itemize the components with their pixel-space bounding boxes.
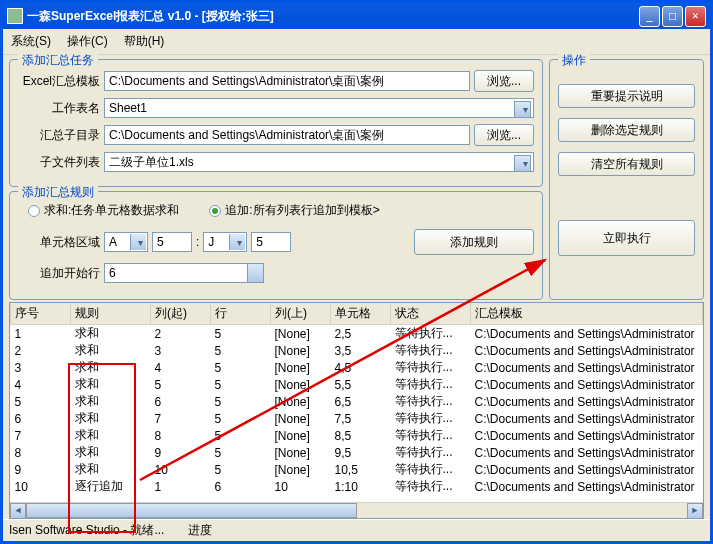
menubar: 系统(S) 操作(C) 帮助(H) — [3, 29, 710, 55]
menu-system[interactable]: 系统(S) — [11, 33, 51, 50]
row-from-input[interactable]: 5 — [152, 232, 192, 252]
col-cell[interactable]: 单元格 — [331, 303, 391, 325]
col-status[interactable]: 状态 — [391, 303, 471, 325]
task-groupbox-title: 添加汇总任务 — [18, 52, 98, 69]
col-colf[interactable]: 列(起) — [151, 303, 211, 325]
start-row-spinner[interactable]: 6 — [104, 263, 264, 283]
radio-sum-icon — [28, 205, 40, 217]
hint-button[interactable]: 重要提示说明 — [558, 84, 695, 108]
col-from-combo[interactable]: A — [104, 232, 148, 252]
rule-groupbox: 添加汇总规则 求和:任务单元格数据求和 追加:所有列表行追加到模板> 单元格区域 — [9, 191, 543, 300]
scroll-left-icon[interactable]: ◄ — [10, 503, 26, 519]
dir-input[interactable]: C:\Documents and Settings\Administrator\… — [104, 125, 470, 145]
table-row[interactable]: 10逐行追加16101:10等待执行...C:\Documents and Se… — [11, 478, 703, 495]
task-groupbox: 添加汇总任务 Excel汇总模板 C:\Documents and Settin… — [9, 59, 543, 187]
radio-append[interactable]: 追加:所有列表行追加到模板> — [209, 202, 379, 219]
scroll-right-icon[interactable]: ► — [687, 503, 703, 519]
range-label: 单元格区域 — [18, 234, 100, 251]
table-row[interactable]: 2求和35[None]3,5等待执行...C:\Documents and Se… — [11, 342, 703, 359]
close-button[interactable]: × — [685, 6, 706, 27]
titlebar: 一森SuperExcel报表汇总 v1.0 - [授权给:张三] _ □ × — [3, 3, 710, 29]
table-row[interactable]: 3求和45[None]4,5等待执行...C:\Documents and Se… — [11, 359, 703, 376]
radio-sum-label: 求和:任务单元格数据求和 — [44, 202, 179, 219]
menu-operate[interactable]: 操作(C) — [67, 33, 108, 50]
table-row[interactable]: 4求和55[None]5,5等待执行...C:\Documents and Se… — [11, 376, 703, 393]
browse-dir-button[interactable]: 浏览... — [474, 124, 534, 146]
col-tpl[interactable]: 汇总模板 — [471, 303, 703, 325]
browse-template-button[interactable]: 浏览... — [474, 70, 534, 92]
col-colt[interactable]: 列(上) — [271, 303, 331, 325]
rules-table: 序号 规则 列(起) 行 列(上) 单元格 状态 汇总模板 1求和25[None… — [9, 302, 704, 519]
horizontal-scrollbar[interactable]: ◄ ► — [10, 502, 703, 518]
operate-groupbox-title: 操作 — [558, 52, 590, 69]
statusbar: Isen Software Studio - 就绪... 进度 — [3, 519, 710, 541]
col-rule[interactable]: 规则 — [71, 303, 151, 325]
app-icon — [7, 8, 23, 24]
operate-groupbox: 操作 重要提示说明 删除选定规则 清空所有规则 立即执行 — [549, 59, 704, 300]
sheet-label: 工作表名 — [18, 100, 100, 117]
radio-append-icon — [209, 205, 221, 217]
minimize-button[interactable]: _ — [639, 6, 660, 27]
rule-groupbox-title: 添加汇总规则 — [18, 184, 98, 201]
file-label: 子文件列表 — [18, 154, 100, 171]
status-text: Isen Software Studio - 就绪... — [9, 522, 164, 539]
dir-label: 汇总子目录 — [18, 127, 100, 144]
execute-button[interactable]: 立即执行 — [558, 220, 695, 256]
start-row-label: 追加开始行 — [18, 265, 100, 282]
table-row[interactable]: 1求和25[None]2,5等待执行...C:\Documents and Se… — [11, 325, 703, 343]
col-row[interactable]: 行 — [211, 303, 271, 325]
progress-label: 进度 — [188, 522, 212, 539]
table-row[interactable]: 9求和105[None]10,5等待执行...C:\Documents and … — [11, 461, 703, 478]
add-rule-button[interactable]: 添加规则 — [414, 229, 534, 255]
radio-append-label: 追加:所有列表行追加到模板> — [225, 202, 379, 219]
row-to-input[interactable]: 5 — [251, 232, 291, 252]
col-to-combo[interactable]: J — [203, 232, 247, 252]
radio-sum[interactable]: 求和:任务单元格数据求和 — [28, 202, 179, 219]
maximize-button[interactable]: □ — [662, 6, 683, 27]
menu-help[interactable]: 帮助(H) — [124, 33, 165, 50]
table-row[interactable]: 8求和95[None]9,5等待执行...C:\Documents and Se… — [11, 444, 703, 461]
clear-rules-button[interactable]: 清空所有规则 — [558, 152, 695, 176]
scroll-thumb[interactable] — [26, 503, 357, 518]
template-label: Excel汇总模板 — [18, 73, 100, 90]
file-combo[interactable]: 二级子单位1.xls — [104, 152, 534, 172]
window-title: 一森SuperExcel报表汇总 v1.0 - [授权给:张三] — [27, 8, 639, 25]
template-input[interactable]: C:\Documents and Settings\Administrator\… — [104, 71, 470, 91]
table-row[interactable]: 5求和65[None]6,5等待执行...C:\Documents and Se… — [11, 393, 703, 410]
sheet-combo[interactable]: Sheet1 — [104, 98, 534, 118]
table-row[interactable]: 7求和85[None]8,5等待执行...C:\Documents and Se… — [11, 427, 703, 444]
col-no[interactable]: 序号 — [11, 303, 71, 325]
table-row[interactable]: 6求和75[None]7,5等待执行...C:\Documents and Se… — [11, 410, 703, 427]
delete-rule-button[interactable]: 删除选定规则 — [558, 118, 695, 142]
